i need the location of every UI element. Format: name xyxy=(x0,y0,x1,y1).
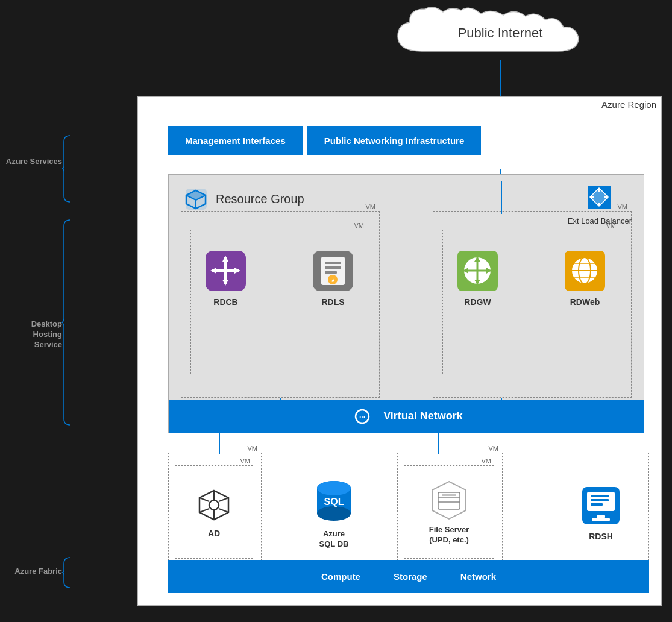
desktop-hosting-label-group: Desktop Hosting Service xyxy=(5,319,62,350)
ad-icon xyxy=(195,486,234,525)
fabric-network: Network xyxy=(460,571,496,582)
svg-rect-71 xyxy=(597,515,605,518)
cloud-connector-line xyxy=(500,60,501,99)
azure-fabric-bar: Compute Storage Network xyxy=(168,560,649,593)
azure-region-box: Azure Region Management Interfaces Publi… xyxy=(137,96,662,606)
svg-text:SQL: SQL xyxy=(324,497,344,507)
vm-inner-left: VM RDCB xyxy=(190,230,368,374)
resource-group-box: Resource Group xyxy=(168,174,644,433)
svg-line-54 xyxy=(219,509,228,512)
virtual-network-bar: ··· Virtual Network xyxy=(169,400,644,433)
rdweb-icon xyxy=(562,248,608,294)
svg-rect-26 xyxy=(325,262,341,264)
azure-region-label: Azure Region xyxy=(601,99,656,110)
vnet-label: Virtual Network xyxy=(383,410,463,423)
rdsh-label: RDSH xyxy=(589,532,613,541)
vm-tag-fs-inner: VM xyxy=(482,457,492,465)
azure-sql-service: SQL AzureSQL DB xyxy=(292,453,376,573)
fileserver-icon xyxy=(429,479,469,521)
ext-lb-icon xyxy=(583,181,616,214)
rdsh-service: RDSH xyxy=(553,453,648,573)
vm-outer-left: VM VM xyxy=(181,211,380,398)
fileserver-service: File Server(UPD, etc.) xyxy=(404,466,494,558)
vm-tag-inner-left: VM xyxy=(354,222,365,229)
azure-sql-label: AzureSQL DB xyxy=(319,529,349,550)
azure-services-brace xyxy=(61,133,73,205)
rdgw-service: RDGW xyxy=(455,248,500,307)
rdls-label: RDLS xyxy=(321,297,344,307)
rdcb-label: RDCB xyxy=(213,297,237,307)
vm-outer-rdsh: RDSH xyxy=(553,453,649,573)
vm-tag-outer-left: VM xyxy=(366,203,376,210)
azure-fabric-label: Azure Fabric xyxy=(5,567,62,576)
svg-rect-70 xyxy=(591,503,603,506)
azure-fabric-label-group: Azure Fabric xyxy=(5,567,62,576)
svg-point-49 xyxy=(209,500,219,510)
svg-text:···: ··· xyxy=(359,413,365,421)
azure-fabric-brace xyxy=(61,554,73,591)
rdsh-icon xyxy=(580,485,622,527)
vm-outer-ad: VM VM AD xyxy=(168,453,262,573)
azure-services-label-group: Azure Services xyxy=(5,157,62,166)
ad-label: AD xyxy=(208,529,220,538)
fabric-storage: Storage xyxy=(394,571,427,582)
fileserver-label: File Server(UPD, etc.) xyxy=(429,525,469,545)
svg-line-52 xyxy=(219,498,228,501)
rdls-service: ★ RDLS xyxy=(310,248,356,307)
vm-inner-fileserver: VM File Server(UPD, etc.) xyxy=(404,465,494,559)
lb-to-rdgw-line xyxy=(501,181,502,214)
vm-tag-ad-inner: VM xyxy=(240,457,251,465)
vnet-to-ad-line xyxy=(219,430,220,454)
vm-outer-right: VM VM xyxy=(433,211,632,398)
rdls-icon: ★ xyxy=(310,248,356,294)
vm-inner-right: VM RDGW xyxy=(442,230,620,374)
ad-service: AD xyxy=(175,466,253,558)
svg-line-53 xyxy=(199,498,209,501)
vm-tag-fs-outer: VM xyxy=(489,445,499,452)
vm-tag-outer-right: VM xyxy=(618,203,628,210)
vm-tag-inner-right: VM xyxy=(606,222,617,229)
fabric-compute: Compute xyxy=(321,571,360,582)
vm-inner-ad: VM AD xyxy=(175,465,253,559)
cloud-label: Public Internet xyxy=(458,25,543,41)
resource-group-title: Resource Group xyxy=(216,192,304,206)
rdweb-service: RDWeb xyxy=(562,248,608,307)
vm-outer-fileserver: VM VM File Server(UPD, etc.) xyxy=(397,453,503,573)
rdgw-label: RDGW xyxy=(464,297,491,307)
svg-rect-28 xyxy=(325,271,337,274)
resource-group-icon xyxy=(183,186,210,213)
sql-db-icon: SQL xyxy=(313,476,355,524)
svg-rect-65 xyxy=(442,494,456,496)
desktop-hosting-label: Desktop Hosting Service xyxy=(5,319,62,350)
rdweb-label: RDWeb xyxy=(570,297,600,307)
svg-rect-27 xyxy=(325,266,341,269)
vnet-to-fs-line xyxy=(438,430,439,454)
svg-point-59 xyxy=(317,481,351,495)
svg-rect-72 xyxy=(592,518,610,521)
svg-rect-68 xyxy=(591,495,609,497)
svg-rect-69 xyxy=(591,499,609,501)
vm-tag-ad-outer: VM xyxy=(248,445,258,452)
vnet-icon: ··· xyxy=(350,408,375,425)
rdgw-icon xyxy=(455,248,500,294)
rdcb-service: RDCB xyxy=(203,248,248,307)
header-buttons-container: Management Interfaces Public Networking … xyxy=(168,126,481,156)
management-interfaces-button[interactable]: Management Interfaces xyxy=(168,126,303,156)
rdcb-icon xyxy=(203,248,248,294)
svg-point-58 xyxy=(317,506,351,521)
public-networking-button[interactable]: Public Networking Infrastructure xyxy=(307,126,482,156)
public-internet-cloud: Public Internet xyxy=(386,3,615,63)
desktop-hosting-brace xyxy=(61,217,73,428)
svg-text:★: ★ xyxy=(331,278,336,283)
azure-services-label: Azure Services xyxy=(5,157,62,166)
svg-line-55 xyxy=(199,509,209,512)
